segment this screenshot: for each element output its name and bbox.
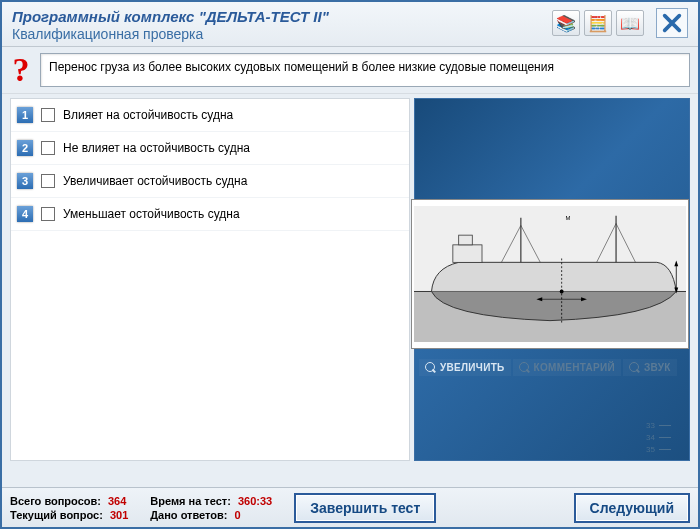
answer-number-badge: 3 bbox=[17, 173, 33, 189]
media-panel: M УВЕЛИЧИТЬ КОММЕНТАРИЙ З bbox=[414, 98, 690, 461]
footer-bar: Всего вопросов: 364 Текущий вопрос: 301 … bbox=[2, 487, 698, 527]
comment-label: КОММЕНТАРИЙ bbox=[534, 362, 615, 373]
question-image[interactable]: M bbox=[411, 199, 689, 349]
question-mark-icon: ? bbox=[8, 53, 34, 87]
next-button[interactable]: Следующий bbox=[574, 493, 690, 523]
sound-button: ЗВУК bbox=[623, 359, 677, 376]
current-question-label: Текущий вопрос: bbox=[10, 509, 103, 521]
answer-label: Влияет на остойчивость судна bbox=[63, 108, 233, 122]
answers-panel: 1 Влияет на остойчивость судна 2 Не влия… bbox=[10, 98, 410, 461]
scale-tick: 35 bbox=[646, 444, 671, 456]
question-bar: ? Перенос груза из более высоких судовых… bbox=[2, 47, 698, 93]
app-title: Программный комплекс "ДЕЛЬТА-ТЕСТ II" bbox=[12, 8, 552, 25]
answer-checkbox[interactable] bbox=[41, 141, 55, 155]
answer-checkbox[interactable] bbox=[41, 207, 55, 221]
total-questions-label: Всего вопросов: bbox=[10, 495, 101, 507]
answered-value: 0 bbox=[235, 509, 241, 521]
svg-rect-3 bbox=[453, 245, 482, 262]
help-icon[interactable]: 📖 bbox=[616, 10, 644, 36]
scale-tick: 34 bbox=[646, 432, 671, 444]
answer-checkbox[interactable] bbox=[41, 108, 55, 122]
current-question-value: 301 bbox=[110, 509, 128, 521]
time-value: 360:33 bbox=[238, 495, 272, 507]
magnifier-icon bbox=[519, 362, 530, 373]
time-label: Время на тест: bbox=[150, 495, 231, 507]
close-icon[interactable] bbox=[656, 8, 688, 38]
question-text: Перенос груза из более высоких судовых п… bbox=[40, 53, 690, 87]
finish-test-button[interactable]: Завершить тест bbox=[294, 493, 436, 523]
answer-row[interactable]: 1 Влияет на остойчивость судна bbox=[11, 99, 409, 132]
comment-button: КОММЕНТАРИЙ bbox=[513, 359, 621, 376]
answer-checkbox[interactable] bbox=[41, 174, 55, 188]
answer-label: Уменьшает остойчивость судна bbox=[63, 207, 240, 221]
scale-tick: 33 bbox=[646, 420, 671, 432]
total-questions-value: 364 bbox=[108, 495, 126, 507]
answer-number-badge: 2 bbox=[17, 140, 33, 156]
zoom-button[interactable]: УВЕЛИЧИТЬ bbox=[419, 359, 511, 376]
answer-label: Увеличивает остойчивость судна bbox=[63, 174, 247, 188]
content-area: 1 Влияет на остойчивость судна 2 Не влия… bbox=[2, 93, 698, 463]
svg-text:M: M bbox=[566, 215, 571, 221]
answer-row[interactable]: 2 Не влияет на остойчивость судна bbox=[11, 132, 409, 165]
stats-time: Время на тест: 360:33 Дано ответов: 0 bbox=[150, 494, 272, 522]
app-subtitle: Квалификационная проверка bbox=[12, 26, 552, 42]
svg-point-13 bbox=[560, 290, 564, 294]
answer-row[interactable]: 4 Уменьшает остойчивость судна bbox=[11, 198, 409, 231]
app-header: Программный комплекс "ДЕЛЬТА-ТЕСТ II" Кв… bbox=[2, 2, 698, 47]
answer-number-badge: 4 bbox=[17, 206, 33, 222]
svg-rect-4 bbox=[459, 235, 473, 245]
sound-label: ЗВУК bbox=[644, 362, 671, 373]
magnifier-icon bbox=[425, 362, 436, 373]
answer-label: Не влияет на остойчивость судна bbox=[63, 141, 250, 155]
docs-icon[interactable]: 📚 bbox=[552, 10, 580, 36]
magnifier-icon bbox=[629, 362, 640, 373]
zoom-label: УВЕЛИЧИТЬ bbox=[440, 362, 505, 373]
calculator-icon[interactable]: 🧮 bbox=[584, 10, 612, 36]
scale-marks: 33 34 35 bbox=[646, 420, 671, 456]
media-toolbar: УВЕЛИЧИТЬ КОММЕНТАРИЙ ЗВУК bbox=[415, 357, 689, 378]
stats-count: Всего вопросов: 364 Текущий вопрос: 301 bbox=[10, 494, 128, 522]
answered-label: Дано ответов: bbox=[150, 509, 227, 521]
answer-row[interactable]: 3 Увеличивает остойчивость судна bbox=[11, 165, 409, 198]
answer-number-badge: 1 bbox=[17, 107, 33, 123]
